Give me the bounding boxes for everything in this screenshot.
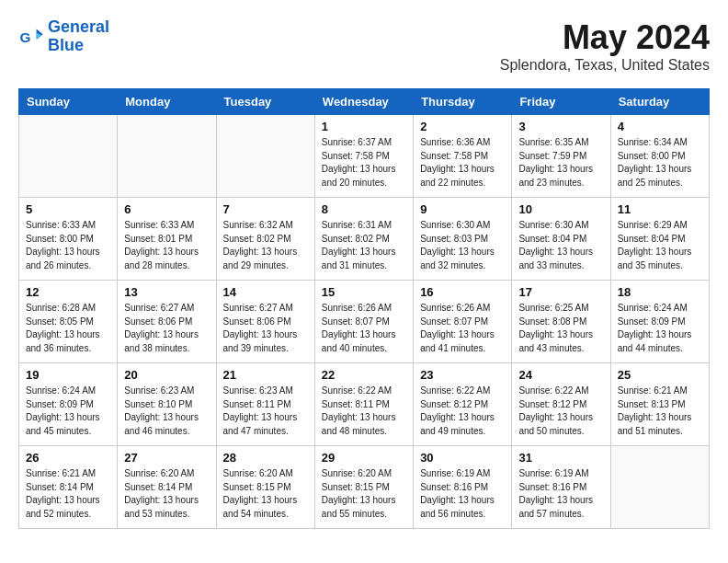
calendar-cell: 28Sunrise: 6:20 AMSunset: 8:15 PMDayligh… (216, 446, 314, 529)
calendar-cell: 15Sunrise: 6:26 AMSunset: 8:07 PMDayligh… (314, 281, 413, 363)
weekday-header-tuesday: Tuesday (216, 89, 314, 115)
calendar-cell: 11Sunrise: 6:29 AMSunset: 8:04 PMDayligh… (610, 198, 709, 281)
day-number: 18 (618, 285, 702, 299)
day-info: Sunrise: 6:31 AMSunset: 8:02 PMDaylight:… (322, 219, 406, 272)
calendar-week-4: 19Sunrise: 6:24 AMSunset: 8:09 PMDayligh… (19, 363, 710, 446)
day-number: 11 (618, 202, 702, 216)
calendar-cell: 18Sunrise: 6:24 AMSunset: 8:09 PMDayligh… (610, 281, 709, 363)
weekday-header-saturday: Saturday (610, 89, 709, 115)
day-info: Sunrise: 6:23 AMSunset: 8:10 PMDaylight:… (124, 385, 209, 438)
calendar-cell: 23Sunrise: 6:22 AMSunset: 8:12 PMDayligh… (414, 363, 512, 446)
calendar-week-2: 5Sunrise: 6:33 AMSunset: 8:00 PMDaylight… (19, 198, 710, 281)
calendar-week-1: 1Sunrise: 6:37 AMSunset: 7:58 PMDaylight… (19, 115, 710, 198)
day-number: 17 (518, 285, 603, 299)
calendar-week-5: 26Sunrise: 6:21 AMSunset: 8:14 PMDayligh… (19, 446, 710, 529)
day-number: 1 (322, 120, 406, 133)
calendar-cell: 14Sunrise: 6:27 AMSunset: 8:06 PMDayligh… (216, 281, 314, 363)
day-info: Sunrise: 6:20 AMSunset: 8:14 PMDaylight:… (124, 467, 209, 521)
day-number: 19 (26, 368, 110, 382)
calendar-cell: 13Sunrise: 6:27 AMSunset: 8:06 PMDayligh… (118, 281, 216, 363)
day-info: Sunrise: 6:30 AMSunset: 8:03 PMDaylight:… (420, 219, 505, 272)
calendar-cell: 2Sunrise: 6:36 AMSunset: 7:58 PMDaylight… (414, 115, 512, 198)
day-number: 22 (322, 368, 406, 382)
day-number: 24 (518, 368, 603, 382)
day-number: 13 (124, 285, 209, 299)
day-info: Sunrise: 6:26 AMSunset: 8:07 PMDaylight:… (322, 302, 406, 355)
day-number: 26 (26, 451, 110, 465)
day-info: Sunrise: 6:24 AMSunset: 8:09 PMDaylight:… (26, 385, 110, 438)
calendar-cell: 31Sunrise: 6:19 AMSunset: 8:16 PMDayligh… (512, 446, 610, 529)
calendar-cell: 10Sunrise: 6:30 AMSunset: 8:04 PMDayligh… (512, 198, 610, 281)
day-info: Sunrise: 6:24 AMSunset: 8:09 PMDaylight:… (618, 302, 702, 355)
day-number: 21 (223, 368, 308, 382)
calendar-cell (610, 446, 709, 529)
weekday-header-sunday: Sunday (19, 89, 118, 115)
page-header: G General Blue May 2024 Splendora, Texas… (18, 18, 710, 74)
day-info: Sunrise: 6:20 AMSunset: 8:15 PMDaylight:… (322, 467, 406, 521)
calendar-cell: 30Sunrise: 6:19 AMSunset: 8:16 PMDayligh… (414, 446, 512, 529)
day-number: 12 (26, 285, 110, 299)
day-info: Sunrise: 6:26 AMSunset: 8:07 PMDaylight:… (420, 302, 505, 355)
day-number: 5 (26, 202, 110, 216)
logo-line2: Blue (48, 36, 84, 54)
weekday-header-wednesday: Wednesday (314, 89, 413, 115)
day-number: 27 (124, 451, 209, 465)
calendar-cell: 12Sunrise: 6:28 AMSunset: 8:05 PMDayligh… (19, 281, 118, 363)
day-info: Sunrise: 6:19 AMSunset: 8:16 PMDaylight:… (518, 467, 603, 521)
calendar-cell: 19Sunrise: 6:24 AMSunset: 8:09 PMDayligh… (19, 363, 118, 446)
calendar-cell: 7Sunrise: 6:32 AMSunset: 8:02 PMDaylight… (216, 198, 314, 281)
calendar-cell: 26Sunrise: 6:21 AMSunset: 8:14 PMDayligh… (19, 446, 118, 529)
day-number: 28 (223, 451, 308, 465)
day-info: Sunrise: 6:22 AMSunset: 8:12 PMDaylight:… (420, 385, 505, 438)
day-number: 2 (420, 120, 505, 133)
day-info: Sunrise: 6:25 AMSunset: 8:08 PMDaylight:… (518, 302, 603, 355)
weekday-header-thursday: Thursday (414, 89, 512, 115)
calendar-cell: 24Sunrise: 6:22 AMSunset: 8:12 PMDayligh… (512, 363, 610, 446)
day-info: Sunrise: 6:21 AMSunset: 8:13 PMDaylight:… (618, 385, 702, 438)
calendar-cell: 3Sunrise: 6:35 AMSunset: 7:59 PMDaylight… (512, 115, 610, 198)
calendar-cell: 1Sunrise: 6:37 AMSunset: 7:58 PMDaylight… (314, 115, 413, 198)
day-number: 15 (322, 285, 406, 299)
calendar-week-3: 12Sunrise: 6:28 AMSunset: 8:05 PMDayligh… (19, 281, 710, 363)
calendar-cell: 5Sunrise: 6:33 AMSunset: 8:00 PMDaylight… (19, 198, 118, 281)
calendar-cell: 21Sunrise: 6:23 AMSunset: 8:11 PMDayligh… (216, 363, 314, 446)
day-info: Sunrise: 6:21 AMSunset: 8:14 PMDaylight:… (26, 467, 110, 521)
day-number: 29 (322, 451, 406, 465)
day-info: Sunrise: 6:29 AMSunset: 8:04 PMDaylight:… (618, 219, 702, 272)
day-info: Sunrise: 6:37 AMSunset: 7:58 PMDaylight:… (322, 136, 406, 190)
day-info: Sunrise: 6:20 AMSunset: 8:15 PMDaylight:… (223, 467, 308, 521)
day-number: 16 (420, 285, 505, 299)
svg-text:G: G (19, 29, 30, 44)
calendar-cell: 22Sunrise: 6:22 AMSunset: 8:11 PMDayligh… (314, 363, 413, 446)
logo-text: General Blue (48, 18, 109, 55)
calendar-cell: 6Sunrise: 6:33 AMSunset: 8:01 PMDaylight… (118, 198, 216, 281)
day-number: 6 (124, 202, 209, 216)
day-info: Sunrise: 6:30 AMSunset: 8:04 PMDaylight:… (518, 219, 603, 272)
logo-line1: General (48, 17, 109, 36)
day-info: Sunrise: 6:23 AMSunset: 8:11 PMDaylight:… (223, 385, 308, 438)
calendar-cell (19, 115, 118, 198)
calendar-table: SundayMondayTuesdayWednesdayThursdayFrid… (18, 88, 710, 529)
day-number: 25 (618, 368, 702, 382)
day-number: 9 (420, 202, 505, 216)
day-info: Sunrise: 6:22 AMSunset: 8:12 PMDaylight:… (518, 385, 603, 438)
calendar-cell: 16Sunrise: 6:26 AMSunset: 8:07 PMDayligh… (414, 281, 512, 363)
calendar-cell: 20Sunrise: 6:23 AMSunset: 8:10 PMDayligh… (118, 363, 216, 446)
calendar-cell: 9Sunrise: 6:30 AMSunset: 8:03 PMDaylight… (414, 198, 512, 281)
day-info: Sunrise: 6:33 AMSunset: 8:00 PMDaylight:… (26, 219, 110, 272)
calendar-cell: 17Sunrise: 6:25 AMSunset: 8:08 PMDayligh… (512, 281, 610, 363)
day-number: 14 (223, 285, 308, 299)
day-number: 8 (322, 202, 406, 216)
day-number: 7 (223, 202, 308, 216)
day-info: Sunrise: 6:32 AMSunset: 8:02 PMDaylight:… (223, 219, 308, 272)
day-info: Sunrise: 6:27 AMSunset: 8:06 PMDaylight:… (223, 302, 308, 355)
calendar-cell: 4Sunrise: 6:34 AMSunset: 8:00 PMDaylight… (610, 115, 709, 198)
day-info: Sunrise: 6:28 AMSunset: 8:05 PMDaylight:… (26, 302, 110, 355)
calendar-cell: 27Sunrise: 6:20 AMSunset: 8:14 PMDayligh… (118, 446, 216, 529)
calendar-cell: 29Sunrise: 6:20 AMSunset: 8:15 PMDayligh… (314, 446, 413, 529)
weekday-header-row: SundayMondayTuesdayWednesdayThursdayFrid… (19, 89, 710, 115)
day-info: Sunrise: 6:36 AMSunset: 7:58 PMDaylight:… (420, 136, 505, 190)
day-info: Sunrise: 6:35 AMSunset: 7:59 PMDaylight:… (518, 136, 603, 190)
calendar-cell: 25Sunrise: 6:21 AMSunset: 8:13 PMDayligh… (610, 363, 709, 446)
day-info: Sunrise: 6:33 AMSunset: 8:01 PMDaylight:… (124, 219, 209, 272)
